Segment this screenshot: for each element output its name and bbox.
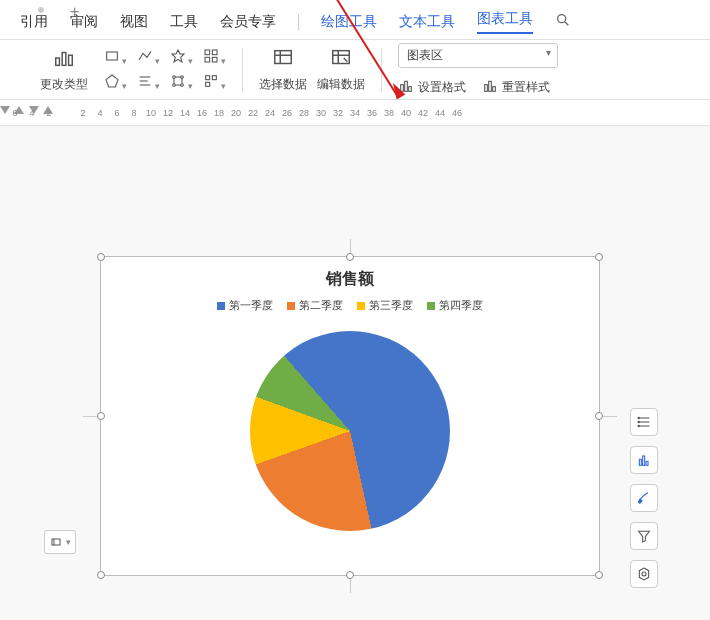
svg-rect-10: [212, 57, 217, 62]
resize-handle-ml[interactable]: [97, 412, 105, 420]
svg-marker-6: [172, 50, 184, 62]
chart-object[interactable]: 销售额 第一季度第二季度第三季度第四季度: [100, 256, 600, 576]
svg-rect-26: [275, 50, 292, 63]
ruler-tick: 4: [27, 108, 37, 118]
svg-marker-52: [639, 568, 648, 580]
change-chart-type[interactable]: 更改类型: [40, 47, 88, 93]
tab-chart-tools[interactable]: 图表工具: [477, 10, 533, 34]
legend-swatch: [287, 302, 295, 310]
ruler-tick: 20: [231, 108, 241, 118]
legend-label: 第四季度: [439, 298, 483, 313]
tab-gj[interactable]: 工具: [170, 13, 198, 31]
set-format-button[interactable]: 设置格式: [398, 78, 466, 97]
resize-handle-bl[interactable]: [97, 571, 105, 579]
select-data-icon: [272, 47, 294, 72]
svg-rect-32: [401, 84, 404, 91]
side-brush-button[interactable]: [630, 484, 658, 512]
legend-item[interactable]: 第二季度: [287, 298, 343, 313]
ruler-tick: 36: [367, 108, 377, 118]
svg-rect-37: [493, 86, 496, 91]
chart-title[interactable]: 销售额: [101, 269, 599, 290]
pie-plot[interactable]: [250, 331, 450, 531]
legend-item[interactable]: 第一季度: [217, 298, 273, 313]
document-canvas[interactable]: 销售额 第一季度第二季度第三季度第四季度 ▾: [0, 126, 710, 620]
legend-swatch: [427, 302, 435, 310]
svg-rect-24: [212, 75, 216, 79]
side-chart-styles-button[interactable]: [630, 446, 658, 474]
tab-close-dot[interactable]: [38, 7, 44, 13]
tab-vip[interactable]: 会员专享: [220, 13, 276, 31]
tab-add[interactable]: +: [70, 3, 79, 21]
svg-rect-34: [409, 86, 412, 91]
side-filter-button[interactable]: [630, 522, 658, 550]
ruler-tick: 22: [248, 108, 258, 118]
resize-handle-mb[interactable]: [346, 571, 354, 579]
shape-grid-icon[interactable]: ▾: [203, 48, 226, 67]
ruler-tick: 16: [197, 108, 207, 118]
resize-handle-tr[interactable]: [595, 253, 603, 261]
side-chart-elements-button[interactable]: [630, 408, 658, 436]
svg-rect-7: [205, 50, 210, 55]
reset-style-button[interactable]: 重置样式: [482, 78, 550, 97]
svg-marker-51: [639, 531, 650, 542]
svg-point-16: [181, 75, 184, 78]
tab-draw-tools[interactable]: 绘图工具: [321, 13, 377, 31]
ruler-tick: 8: [129, 108, 139, 118]
ruler-tick: 18: [214, 108, 224, 118]
tab-text-tools[interactable]: 文本工具: [399, 13, 455, 31]
chart-area-combo[interactable]: 图表区: [398, 43, 558, 68]
svg-point-0: [558, 15, 566, 23]
resize-handle-br[interactable]: [595, 571, 603, 579]
svg-rect-48: [639, 459, 641, 465]
main-tab-bar: 引用 审阅 视图 工具 会员专享 绘图工具 文本工具 图表工具: [0, 0, 710, 40]
svg-point-15: [173, 75, 176, 78]
edit-data-label: 编辑数据: [317, 76, 365, 93]
select-data-label: 选择数据: [259, 76, 307, 93]
svg-rect-25: [206, 82, 210, 86]
horizontal-ruler[interactable]: 6422468101214161820222426283032343638404…: [0, 100, 710, 126]
shape-format-icon[interactable]: ▾: [170, 73, 193, 92]
ruler-tick: 4: [95, 108, 105, 118]
legend-label: 第三季度: [369, 298, 413, 313]
ruler-tick: 6: [112, 108, 122, 118]
resize-handle-tl[interactable]: [97, 253, 105, 261]
svg-rect-54: [52, 539, 60, 545]
shape-align-icon[interactable]: ▾: [137, 73, 160, 92]
resize-handle-mr[interactable]: [595, 412, 603, 420]
edit-data-icon: [330, 47, 352, 72]
shape-star-icon[interactable]: ▾: [170, 48, 193, 67]
ribbon-separator-1: [242, 48, 243, 92]
bar-chart-icon: [53, 47, 75, 72]
frame-stem-left: [83, 416, 97, 417]
svg-point-46: [638, 421, 639, 422]
edit-data[interactable]: 编辑数据: [317, 47, 365, 93]
search-icon[interactable]: [555, 12, 571, 31]
ruler-tick: 26: [282, 108, 292, 118]
svg-rect-23: [206, 75, 210, 79]
ribbon: 更改类型 ▾ ▾ ▾ ▾ ▾ ▾ ▾ ▾ 选择数据 编辑数据 图表区: [0, 40, 710, 100]
shape-line-icon[interactable]: ▾: [137, 48, 160, 67]
shape-pentagon-icon[interactable]: ▾: [104, 73, 127, 92]
chart-legend[interactable]: 第一季度第二季度第三季度第四季度: [101, 298, 599, 313]
svg-rect-50: [646, 461, 648, 465]
svg-marker-11: [106, 75, 118, 87]
side-settings-button[interactable]: [630, 560, 658, 588]
tab-st[interactable]: 视图: [120, 13, 148, 31]
legend-item[interactable]: 第四季度: [427, 298, 483, 313]
ruler-tick: 2: [44, 108, 54, 118]
frame-stem-bottom: [350, 579, 351, 593]
shape-more-icon[interactable]: ▾: [203, 73, 226, 92]
select-data[interactable]: 选择数据: [259, 47, 307, 93]
svg-rect-49: [643, 456, 645, 465]
svg-rect-4: [69, 55, 73, 65]
layout-options-button[interactable]: ▾: [44, 530, 76, 554]
shape-rect-icon[interactable]: ▾: [104, 48, 127, 67]
legend-item[interactable]: 第三季度: [357, 298, 413, 313]
legend-swatch: [357, 302, 365, 310]
tab-yy[interactable]: 引用: [20, 13, 48, 31]
frame-stem-right: [603, 416, 617, 417]
svg-rect-5: [107, 52, 118, 60]
svg-rect-36: [489, 81, 492, 91]
svg-point-53: [642, 572, 646, 576]
resize-handle-mt[interactable]: [346, 253, 354, 261]
